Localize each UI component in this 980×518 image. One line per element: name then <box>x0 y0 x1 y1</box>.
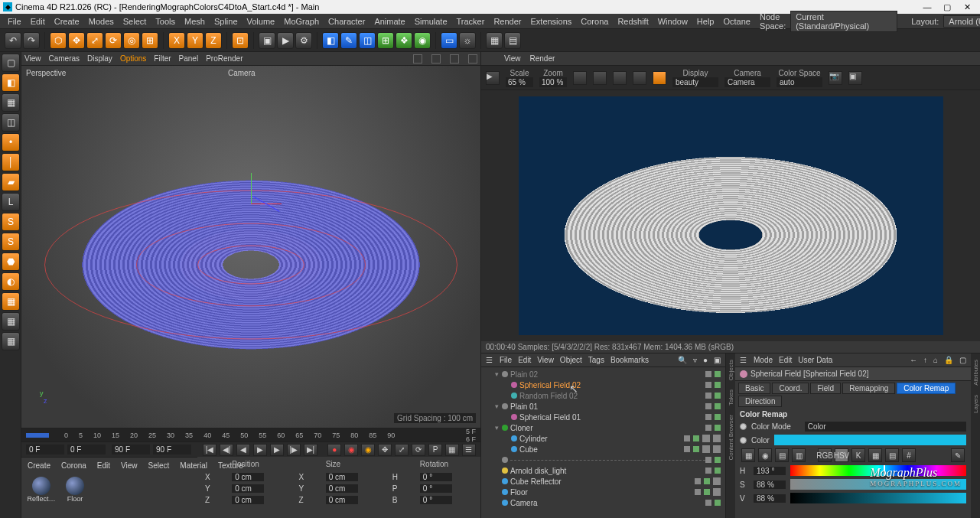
menu-item[interactable]: Character <box>324 17 370 26</box>
menu-item[interactable]: Volume <box>243 17 280 26</box>
picker-mode-btn[interactable]: ▦ <box>868 448 882 462</box>
om-item[interactable]: Arnold disk_light <box>481 465 725 476</box>
viewport-menu-item[interactable]: Cameras <box>49 54 80 63</box>
om-item-name[interactable]: Spherical Field 01 <box>519 413 581 422</box>
goto-end-button[interactable]: ▶| <box>304 444 317 456</box>
point-mode[interactable]: • <box>2 133 20 151</box>
om-search-icon[interactable]: 🔍 <box>678 356 687 364</box>
render-menu-item[interactable]: Render <box>530 54 555 63</box>
om-item[interactable]: ▾Plain 01 <box>481 401 725 412</box>
attr-tab[interactable]: Color Remap <box>897 383 956 394</box>
s-field[interactable]: 88 % <box>754 481 786 489</box>
size-field[interactable]: 0 cm <box>326 484 358 493</box>
ipr-render-view[interactable] <box>481 90 980 341</box>
subdiv-surface[interactable]: ◫ <box>359 32 376 49</box>
make-editable[interactable]: ▢ <box>2 54 20 72</box>
scale-tool[interactable]: ⤢ <box>86 32 103 49</box>
menu-item[interactable]: Octane <box>718 17 754 26</box>
menu-item[interactable]: Animate <box>370 17 409 26</box>
om-item[interactable]: Camera <box>481 497 725 508</box>
attr-lock-icon[interactable]: 🔒 <box>944 356 953 364</box>
step-fwd-button[interactable]: ▶ <box>270 444 284 456</box>
prev-key-button[interactable]: ◀| <box>220 444 233 456</box>
color-mode-dropdown[interactable]: Color <box>805 422 966 432</box>
cube-primitive[interactable]: ◧ <box>322 32 339 49</box>
close-button[interactable]: ✕ <box>957 0 977 14</box>
rv-opt-button[interactable] <box>593 71 607 85</box>
attr-tab[interactable]: Remapping <box>842 383 895 394</box>
timeline-range[interactable] <box>26 433 49 438</box>
texture-mode[interactable]: ▦ <box>2 93 20 112</box>
zoom-field[interactable]: 100 % <box>539 77 567 87</box>
attr-tab[interactable]: Basic <box>738 383 770 394</box>
om-item[interactable]: Cube <box>481 444 725 454</box>
vp-icon[interactable] <box>413 54 422 64</box>
val-slider[interactable] <box>790 493 966 503</box>
size-field[interactable]: 0 cm <box>326 473 358 481</box>
attr-nav-up[interactable]: ↑ <box>923 356 927 364</box>
minimize-button[interactable]: — <box>917 0 937 14</box>
attr-tab[interactable]: Coord. <box>772 383 809 394</box>
undo-button[interactable]: ↶ <box>5 32 21 49</box>
om-item-name[interactable]: Cube <box>519 445 538 454</box>
om-item[interactable]: ▾Cloner <box>481 422 725 433</box>
om-item-name[interactable]: Random Field 02 <box>519 392 578 400</box>
rv-opt-button[interactable] <box>573 71 587 85</box>
menu-item[interactable]: Select <box>119 17 151 26</box>
attr-menu-item[interactable]: Edit <box>779 356 792 364</box>
coord-system[interactable]: ⊡ <box>232 32 249 49</box>
attr-menu-item[interactable]: User Data <box>798 356 832 364</box>
select-tool[interactable]: ⬡ <box>50 32 67 49</box>
snap-toggle[interactable]: S <box>2 213 20 231</box>
om-item-name[interactable]: Cloner <box>510 424 532 432</box>
rot-field[interactable]: 0 ° <box>420 496 452 504</box>
play-button[interactable]: ▶ <box>253 444 267 456</box>
poly-mode[interactable]: ▰ <box>2 173 20 191</box>
misc-button[interactable]: ▤ <box>504 32 521 49</box>
render-view-button[interactable]: ▣ <box>259 32 275 49</box>
model-mode[interactable]: ◧ <box>2 73 20 92</box>
palette-button[interactable]: ▦ <box>486 32 503 49</box>
picker-mode-btn[interactable]: K <box>851 448 865 462</box>
om-item[interactable]: Cube Reflector <box>481 476 725 487</box>
pen-tool[interactable]: ✎ <box>340 32 357 49</box>
key-pos-button[interactable]: ✥ <box>378 444 392 456</box>
picker-mode-btn[interactable]: ▦ <box>741 448 755 462</box>
menu-item[interactable]: Tools <box>151 17 180 26</box>
size-field[interactable]: 0 cm <box>326 496 358 504</box>
maximize-button[interactable]: ▢ <box>937 0 957 14</box>
render-settings-button[interactable]: ⚙ <box>295 32 312 49</box>
picker-mode-btn[interactable]: RGB <box>818 448 832 462</box>
mograph-effector[interactable]: ❖ <box>396 32 412 49</box>
material-swatch[interactable]: Floor <box>61 477 89 504</box>
x-axis-toggle[interactable]: X <box>168 32 185 49</box>
rv-opt-button[interactable] <box>633 71 646 85</box>
material-menu-item[interactable]: Corona <box>61 461 86 470</box>
key-pla-button[interactable]: ▦ <box>445 444 459 456</box>
picker-mode-btn[interactable]: ◉ <box>758 448 772 462</box>
z-axis-toggle[interactable]: Z <box>205 32 222 49</box>
snap2-toggle[interactable]: S <box>2 233 20 251</box>
om-item-name[interactable]: Plain 01 <box>510 402 538 411</box>
frame-end-field2[interactable]: 90 F <box>153 445 191 454</box>
om-item[interactable]: Floor <box>481 487 725 497</box>
display-dropdown[interactable]: beauty <box>672 77 718 87</box>
om-item[interactable]: Spherical Field 02 <box>481 380 725 390</box>
material-swatch[interactable]: Reflect… <box>28 477 55 504</box>
colorspace-dropdown[interactable]: auto <box>777 77 822 87</box>
viewport-solo[interactable]: ▦ <box>2 292 20 311</box>
om-item[interactable]: Random Field 02 <box>481 390 725 401</box>
menu-item[interactable]: Tracker <box>452 17 490 26</box>
camera-dropdown[interactable]: Camera <box>724 77 770 87</box>
picker-mode-btn[interactable]: ▤ <box>885 448 899 462</box>
menu-item[interactable]: Help <box>692 17 719 26</box>
vp-solo3[interactable]: ▦ <box>2 332 20 350</box>
om-item-name[interactable]: Camera <box>510 499 538 507</box>
timeline-ruler[interactable]: 051015202530354045505560657075808590 5 F… <box>21 428 480 441</box>
workplane-mode[interactable]: ◫ <box>2 113 20 132</box>
mograph-field[interactable]: ◉ <box>414 32 431 49</box>
scale-field[interactable]: 65 % <box>506 77 533 87</box>
om-item-name[interactable]: Cylinder <box>519 435 548 443</box>
attr-nav-fwd[interactable]: ⌂ <box>933 356 938 364</box>
tab-direction[interactable]: Direction <box>738 396 782 407</box>
